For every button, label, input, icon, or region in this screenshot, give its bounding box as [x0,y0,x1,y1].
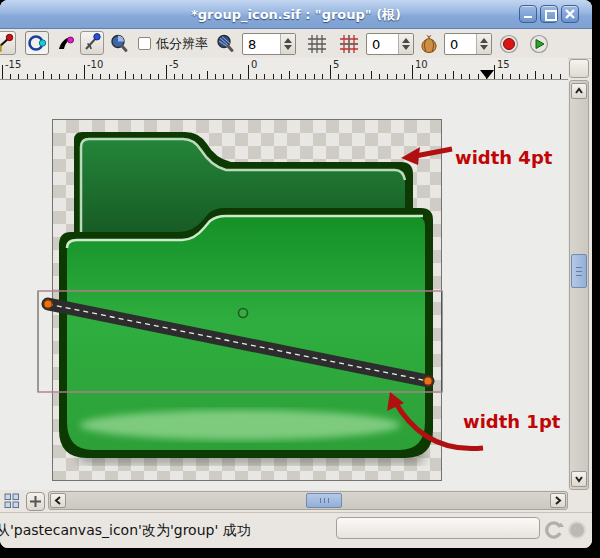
scroll-left-button[interactable] [50,493,66,508]
record-icon [498,33,520,55]
maximize-icon [541,6,557,22]
timetrack-mode-button[interactable] [80,31,104,55]
future-keyframe-lock-button[interactable] [25,31,49,55]
toolbar: 低分辨率 [0,29,592,59]
ruler-label: 5 [333,59,339,70]
maximize-button[interactable] [540,5,558,23]
future-onion-spinbox[interactable] [444,33,492,55]
spinner-arrows-icon[interactable] [476,34,491,54]
chevron-up-icon [572,84,586,98]
snap-grid-button[interactable] [338,33,360,55]
zoom-quality-button[interactable] [108,33,130,55]
lowres-checkbox[interactable] [138,37,151,50]
close-button[interactable] [561,5,579,23]
play-icon [528,33,550,55]
ruler-corner-button[interactable] [569,59,589,78]
progress-bar [336,517,540,539]
ruler-label: -10 [87,59,103,70]
minimize-button[interactable] [519,5,537,23]
svg-text:width 1pt: width 1pt [463,411,561,432]
artboard-checker [53,120,441,480]
canvas-workarea[interactable]: width 4pt width 1pt [0,80,568,490]
chevron-down-icon [572,472,586,486]
render-button[interactable] [498,33,520,55]
ruler-label: -5 [169,59,179,70]
show-grid-button[interactable] [306,33,328,55]
ruler-label: 10 [415,59,428,70]
horizontal-ruler[interactable]: -15-10-5051015 [0,58,568,80]
vscroll-thumb[interactable] [571,254,587,288]
lowres-label: 低分辨率 [156,35,208,53]
chevron-left-icon [51,494,65,507]
hscroll-thumb[interactable] [306,493,342,508]
hscroll-row [0,490,592,512]
grid-icon [306,33,328,55]
chevron-right-icon [551,494,565,507]
minimize-icon [520,6,536,22]
ruler-label: 0 [251,59,257,70]
scroll-right-button[interactable] [550,493,566,508]
refresh-icon [543,519,565,541]
play-button[interactable] [528,33,550,55]
magnifier-blue-icon [108,33,130,55]
future-keyframe-lock-icon [26,32,48,54]
past-onion-spinbox[interactable] [366,33,414,55]
toggle-guides-button[interactable] [3,492,21,510]
onion-skin-button[interactable] [418,33,440,55]
ruler-label: -15 [5,59,21,70]
refresh-button[interactable] [543,519,565,541]
horizontal-scrollbar[interactable] [48,491,568,510]
status-message: 从'pastecanvas_icon'改为'group' 成功 [0,522,251,540]
scroll-down-button[interactable] [571,471,587,487]
titlebar[interactable]: *group_icon.sif : "group" (根) [0,0,592,29]
plus-cross-icon [27,493,44,510]
past-keyframe-lock-button[interactable] [0,31,16,55]
vertex-duck-left[interactable] [44,300,52,308]
grid-snap-icon [338,33,360,55]
statusbar: 从'pastecanvas_icon'改为'group' 成功 [0,512,592,548]
lowres-pixel-button[interactable] [214,33,236,55]
ruler-position-marker [480,70,494,79]
spinner-arrows-icon[interactable] [398,34,413,54]
close-icon [562,6,578,22]
onion-icon [418,33,440,55]
quality-spinbox[interactable] [242,33,296,55]
stop-button[interactable] [567,520,587,540]
animate-mode-icon [55,32,77,54]
canvas-window: *group_icon.sif : "group" (根) [0,0,592,548]
vertical-scrollbar[interactable] [569,80,589,490]
spinner-arrows-icon[interactable] [280,34,295,54]
ruler-label: 15 [497,59,510,70]
magnifier-mesh-icon [214,33,236,55]
window-title: *group_icon.sif : "group" (根) [0,0,592,28]
four-squares-icon [3,492,21,510]
scroll-up-button[interactable] [571,83,587,99]
svg-text:width 4pt: width 4pt [455,147,553,168]
animate-mode-button[interactable] [55,32,77,54]
timetrack-mode-icon [81,32,103,54]
past-keyframe-lock-icon [0,32,15,54]
pan-button[interactable] [26,492,45,511]
stop-circle-icon [567,520,587,540]
